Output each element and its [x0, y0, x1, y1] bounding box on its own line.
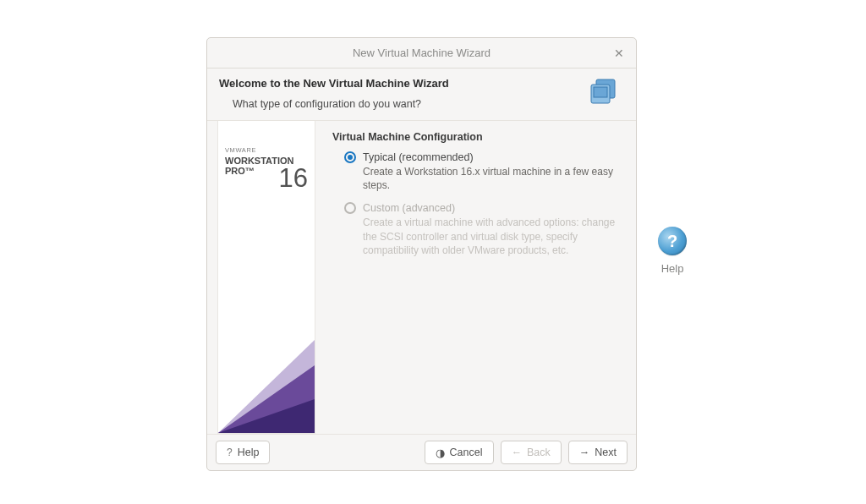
cancel-icon: ◑ [436, 446, 445, 459]
radio-icon [344, 202, 356, 214]
option-typical[interactable]: Typical (recommended) [344, 151, 621, 163]
wizard-heading: Welcome to the New Virtual Machine Wizar… [219, 77, 578, 90]
product-banner: VMWARE WORKSTATION PRO™ 16 [217, 121, 315, 434]
dialog-title: New Virtual Machine Wizard [207, 47, 636, 59]
question-icon: ? [227, 446, 233, 458]
option-custom-label: Custom (advanced) [363, 202, 455, 214]
version-label: 16 [279, 163, 308, 194]
option-custom[interactable]: Custom (advanced) [344, 202, 621, 214]
wizard-footer: ? Help ◑ Cancel ← Back → Next [207, 434, 636, 470]
back-button: ← Back [501, 441, 562, 464]
option-custom-desc: Create a virtual machine with advanced o… [363, 216, 621, 257]
back-button-label: Back [527, 446, 551, 458]
desktop-help-launcher[interactable]: ? Help [658, 227, 687, 275]
radio-icon [344, 151, 356, 163]
wizard-subtitle: What type of configuration do you want? [219, 98, 578, 110]
brand-label: VMWARE [225, 146, 308, 154]
option-typical-desc: Create a Workstation 16.x virtual machin… [363, 165, 621, 192]
cancel-button-label: Cancel [450, 446, 483, 458]
banner-graphic [218, 264, 315, 433]
arrow-left-icon: ← [512, 446, 523, 458]
help-icon: ? [658, 227, 687, 255]
help-button[interactable]: ? Help [216, 441, 270, 464]
help-button-label: Help [238, 446, 260, 458]
wizard-body: VMWARE WORKSTATION PRO™ 16 Virtual Machi… [207, 121, 636, 434]
vm-icon [587, 77, 621, 110]
cancel-button[interactable]: ◑ Cancel [425, 441, 494, 464]
close-button[interactable]: ✕ [611, 46, 628, 61]
arrow-right-icon: → [579, 446, 590, 458]
next-button[interactable]: → Next [568, 441, 628, 464]
config-legend: Virtual Machine Configuration [332, 131, 621, 143]
svg-rect-2 [594, 87, 607, 97]
next-button-label: Next [595, 446, 617, 458]
config-form: Virtual Machine Configuration Typical (r… [315, 121, 636, 434]
desktop-help-label: Help [661, 262, 684, 275]
wizard-header: Welcome to the New Virtual Machine Wizar… [207, 68, 636, 121]
option-typical-label: Typical (recommended) [363, 151, 474, 163]
wizard-dialog: New Virtual Machine Wizard ✕ Welcome to … [206, 37, 637, 471]
titlebar: New Virtual Machine Wizard ✕ [207, 38, 636, 68]
